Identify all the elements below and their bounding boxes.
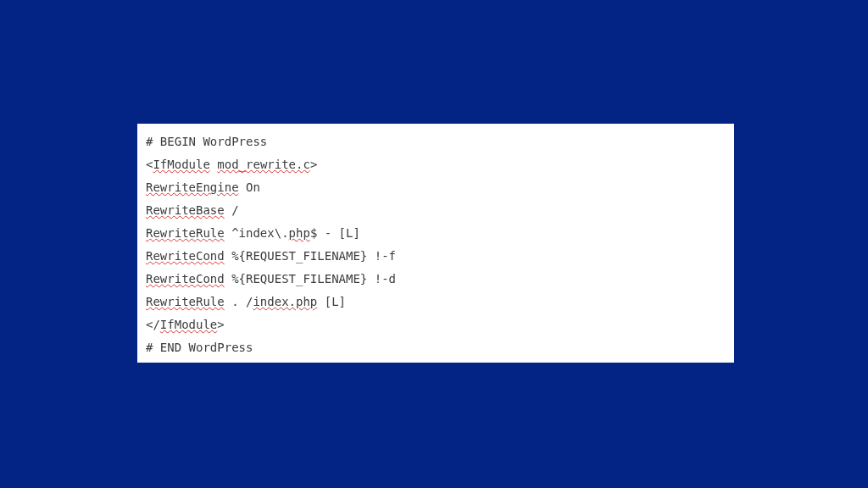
- code-line: # BEGIN WordPress: [146, 130, 726, 153]
- misspelled-token: RewriteRule: [146, 295, 225, 308]
- code-token: # END WordPress: [146, 341, 253, 354]
- code-token: On: [239, 180, 260, 194]
- code-token: >: [310, 158, 317, 171]
- code-token: </: [146, 318, 160, 331]
- code-line: RewriteCond %{REQUEST_FILENAME} !-d: [146, 268, 726, 291]
- code-line: RewriteCond %{REQUEST_FILENAME} !-f: [146, 245, 726, 268]
- misspelled-token: IfModule: [160, 318, 217, 331]
- misspelled-token: RewriteRule: [146, 226, 225, 240]
- misspelled-token: php: [289, 226, 310, 240]
- code-token: /: [225, 203, 239, 217]
- code-block: # BEGIN WordPress<IfModule mod_rewrite.c…: [146, 130, 726, 359]
- code-line: </IfModule>: [146, 313, 726, 336]
- code-token: $ - [L]: [310, 226, 360, 240]
- code-line: # END WordPress: [146, 336, 726, 359]
- code-token: %{REQUEST_FILENAME} !-d: [225, 272, 396, 286]
- code-line: RewriteEngine On: [146, 176, 726, 199]
- misspelled-token: mod_rewrite.c: [217, 158, 310, 171]
- code-token: >: [217, 318, 224, 331]
- misspelled-token: RewriteBase: [146, 203, 225, 217]
- code-token: ^index\.: [225, 226, 289, 240]
- code-line: RewriteRule . /index.php [L]: [146, 291, 726, 313]
- misspelled-token: index.php: [253, 295, 317, 308]
- code-token: . /: [225, 295, 253, 308]
- misspelled-token: RewriteCond: [146, 249, 225, 263]
- misspelled-token: RewriteCond: [146, 272, 225, 286]
- code-line: RewriteBase /: [146, 199, 726, 222]
- code-line: <IfModule mod_rewrite.c>: [146, 153, 726, 176]
- misspelled-token: RewriteEngine: [146, 180, 239, 194]
- code-token: %{REQUEST_FILENAME} !-f: [225, 249, 396, 263]
- code-panel: # BEGIN WordPress<IfModule mod_rewrite.c…: [137, 124, 734, 363]
- code-token: [L]: [317, 295, 346, 308]
- misspelled-token: IfModule: [153, 158, 209, 171]
- code-line: RewriteRule ^index\.php$ - [L]: [146, 222, 726, 245]
- code-token: # BEGIN WordPress: [146, 135, 267, 148]
